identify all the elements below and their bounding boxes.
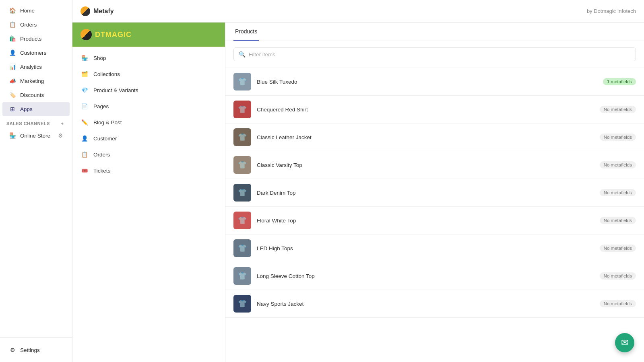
sales-channels-label: SALES CHANNELS bbox=[6, 121, 50, 126]
app-nav-shop[interactable]: 🏪 Shop bbox=[72, 50, 225, 66]
app-nav-orders[interactable]: 📋 Orders bbox=[72, 146, 225, 162]
app-nav-tickets[interactable]: 🎟️ Tickets bbox=[72, 162, 225, 179]
product-thumbnail: 👕 bbox=[233, 73, 251, 90]
shop-app-icon: 🏪 bbox=[80, 54, 89, 62]
green-banner: DTMAGIC bbox=[72, 23, 225, 47]
product-name: Dark Denim Top bbox=[257, 190, 296, 196]
product-name: Classic Leather Jacket bbox=[257, 134, 312, 140]
sidebar-item-home[interactable]: 🏠 Home bbox=[2, 4, 70, 17]
app-nav-label-orders: Orders bbox=[93, 152, 110, 158]
banner-logo-text: DTMAGIC bbox=[95, 31, 132, 39]
app-name: Metafy bbox=[93, 8, 114, 15]
product-name: Navy Sports Jacket bbox=[257, 301, 303, 307]
sales-channels-section: SALES CHANNELS + bbox=[0, 116, 72, 128]
online-store-nav-item[interactable]: 🏪 Online Store ⚙ bbox=[2, 129, 70, 142]
metafield-badge: No metafields bbox=[600, 300, 636, 307]
metafield-badge: No metafields bbox=[600, 106, 636, 113]
orders-icon: 📋 bbox=[9, 21, 16, 28]
products-panel: Products 🔍 👕 Blue Silk Tuxedo 1 metafiel… bbox=[225, 23, 644, 362]
sidebar-item-customers[interactable]: 👤 Customers bbox=[2, 46, 70, 60]
product-name: LED High Tops bbox=[257, 245, 293, 251]
collections-app-icon: 🗂️ bbox=[80, 70, 89, 78]
banner-logo: DTMAGIC bbox=[80, 29, 132, 40]
product-row[interactable]: 👕 Long Sleeve Cotton Top No metafields bbox=[225, 262, 644, 290]
search-input[interactable] bbox=[249, 51, 631, 58]
content-wrapper: DTMAGIC 🏪 Shop 🗂️ Collections 💎 Product … bbox=[72, 23, 644, 362]
product-thumbnail: 👕 bbox=[233, 267, 251, 285]
product-name: Chequered Red Shirt bbox=[257, 107, 308, 113]
product-thumbnail: 👕 bbox=[233, 101, 251, 118]
settings-label: Settings bbox=[20, 347, 40, 353]
app-nav-label-product-variants: Product & Variants bbox=[93, 87, 138, 93]
customers-icon: 👤 bbox=[9, 49, 16, 56]
search-icon: 🔍 bbox=[239, 51, 246, 58]
product-name: Floral White Top bbox=[257, 218, 296, 224]
metafield-badge: No metafields bbox=[600, 189, 636, 196]
app-area: DTMAGIC 🏪 Shop 🗂️ Collections 💎 Product … bbox=[72, 23, 225, 362]
discounts-icon: 🏷️ bbox=[9, 91, 16, 99]
blog-post-app-icon: ✏️ bbox=[80, 118, 89, 126]
app-nav-customer[interactable]: 👤 Customer bbox=[72, 130, 225, 146]
metafield-badge: 1 metafields bbox=[603, 78, 636, 85]
customer-app-icon: 👤 bbox=[80, 134, 89, 142]
product-row[interactable]: 👕 LED High Tops No metafields bbox=[225, 234, 644, 262]
sidebar-label-customers: Customers bbox=[20, 50, 46, 56]
top-bar-logo: Metafy bbox=[80, 6, 114, 16]
sidebar-label-discounts: Discounts bbox=[20, 92, 44, 98]
product-thumbnail: 👕 bbox=[233, 295, 251, 313]
product-variants-app-icon: 💎 bbox=[80, 86, 89, 94]
product-thumbnail: 👕 bbox=[233, 184, 251, 202]
marketing-icon: 📣 bbox=[9, 77, 16, 84]
sidebar-item-apps[interactable]: ⊞ Apps bbox=[2, 102, 70, 116]
products-icon: 🛍️ bbox=[9, 35, 16, 42]
metafield-badge: No metafields bbox=[600, 134, 636, 141]
product-thumbnail: 👕 bbox=[233, 156, 251, 174]
pages-app-icon: 📄 bbox=[80, 102, 89, 110]
app-nav-label-tickets: Tickets bbox=[93, 168, 110, 174]
apps-icon: ⊞ bbox=[9, 105, 16, 113]
app-nav-blog-post[interactable]: ✏️ Blog & Post bbox=[72, 114, 225, 130]
left-sidebar: 🏠 Home 📋 Orders 🛍️ Products 👤 Customers … bbox=[0, 0, 72, 362]
search-input-wrap: 🔍 bbox=[233, 47, 636, 61]
product-row[interactable]: 👕 Dark Denim Top No metafields bbox=[225, 179, 644, 207]
product-row[interactable]: 👕 Classic Varsity Top No metafields bbox=[225, 151, 644, 179]
product-name: Classic Varsity Top bbox=[257, 162, 302, 168]
sidebar-label-analytics: Analytics bbox=[20, 64, 42, 70]
analytics-icon: 📊 bbox=[9, 63, 16, 70]
metafield-badge: No metafields bbox=[600, 161, 636, 169]
product-row[interactable]: 👕 Classic Leather Jacket No metafields bbox=[225, 123, 644, 151]
sidebar-item-discounts[interactable]: 🏷️ Discounts bbox=[2, 88, 70, 102]
product-row[interactable]: 👕 Floral White Top No metafields bbox=[225, 207, 644, 234]
product-name: Long Sleeve Cotton Top bbox=[257, 273, 315, 279]
online-store-settings-icon[interactable]: ⚙ bbox=[58, 132, 63, 139]
product-row[interactable]: 👕 Blue Silk Tuxedo 1 metafields bbox=[225, 68, 644, 96]
subtitle: by Dotmagic Infotech bbox=[587, 8, 636, 14]
sidebar-label-products: Products bbox=[20, 36, 41, 42]
home-icon: 🏠 bbox=[9, 7, 16, 14]
orders-app-icon: 📋 bbox=[80, 150, 89, 158]
settings-nav-item[interactable]: ⚙ Settings bbox=[2, 343, 70, 357]
product-thumbnail: 👕 bbox=[233, 212, 251, 229]
products-list: 👕 Blue Silk Tuxedo 1 metafields 👕 Cheque… bbox=[225, 68, 644, 362]
sidebar-item-orders[interactable]: 📋 Orders bbox=[2, 18, 70, 31]
sidebar-label-apps: Apps bbox=[20, 106, 33, 112]
product-row[interactable]: 👕 Chequered Red Shirt No metafields bbox=[225, 96, 644, 123]
sales-channels-add-button[interactable]: + bbox=[59, 120, 66, 127]
product-thumbnail: 👕 bbox=[233, 128, 251, 146]
app-nav-collections[interactable]: 🗂️ Collections bbox=[72, 66, 225, 82]
metafield-badge: No metafields bbox=[600, 217, 636, 224]
tickets-app-icon: 🎟️ bbox=[80, 167, 89, 175]
chat-fab-button[interactable]: ✉ bbox=[615, 333, 634, 352]
sidebar-item-analytics[interactable]: 📊 Analytics bbox=[2, 60, 70, 74]
products-search-bar: 🔍 bbox=[225, 41, 644, 68]
sidebar-item-marketing[interactable]: 📣 Marketing bbox=[2, 74, 70, 88]
app-nav-label-customer: Customer bbox=[93, 136, 117, 142]
app-nav-label-shop: Shop bbox=[93, 55, 106, 61]
app-nav-label-pages: Pages bbox=[93, 103, 109, 109]
app-nav-pages[interactable]: 📄 Pages bbox=[72, 98, 225, 114]
left-nav-bottom: ⚙ Settings bbox=[0, 337, 72, 362]
product-row[interactable]: 👕 Navy Sports Jacket No metafields bbox=[225, 290, 644, 318]
sidebar-item-products[interactable]: 🛍️ Products bbox=[2, 32, 70, 45]
products-tab[interactable]: Products bbox=[233, 23, 259, 41]
app-nav-product-variants[interactable]: 💎 Product & Variants bbox=[72, 82, 225, 98]
